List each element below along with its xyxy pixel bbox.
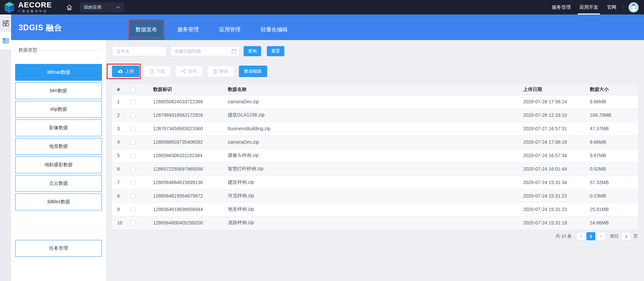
sidebar-item-task-manage[interactable]: 任务管理 [15, 240, 102, 257]
data-template-button[interactable]: 数据模版 [239, 66, 267, 77]
table-header-row: # 数据标识 数据名称 上传日期 数据大小 [112, 84, 638, 95]
filter-bar: 查询 重置 [112, 46, 284, 56]
delete-button[interactable]: 删除 [207, 66, 234, 77]
row-upload-date: 2020-07-24 15:31:23 [518, 203, 585, 216]
row-data-name: 建筑GLA1238.zip [223, 108, 518, 122]
row-upload-date: 2020-07-24 15:31:23 [518, 189, 585, 203]
tab-轻量化编辑[interactable]: 轻量化编辑 [254, 19, 295, 40]
sidebar-item-3dmax数据[interactable]: 3dmax数据 [15, 64, 102, 81]
row-data-name: 建筑样例.zip [223, 176, 518, 189]
row-checkbox[interactable] [131, 180, 136, 185]
chevron-down-icon [116, 6, 120, 9]
topbar-link-应用开发[interactable]: 应用开发 [575, 0, 603, 14]
table-row: 7 1286564664615899136 建筑样例.zip 2020-07-2… [112, 176, 638, 189]
row-data-size: 57.32MB [585, 176, 638, 189]
brand-logo: AECORE 广联达数字中台 [3, 1, 52, 13]
publish-button[interactable]: 发布 [175, 66, 203, 77]
sidebar-item-影像数据[interactable]: 影像数据 [15, 119, 102, 136]
row-checkbox[interactable] [131, 207, 136, 212]
app-select-value: 我的应用 [84, 4, 101, 10]
row-upload-date: 2020-07-24 16:01:44 [518, 162, 585, 176]
page-number-button[interactable]: 1 [586, 232, 595, 240]
download-button[interactable]: 下载 [144, 66, 171, 77]
reset-button[interactable]: 重置 [267, 46, 284, 56]
row-index: 10 [112, 216, 128, 230]
page: AECORE 广联达数字中台 我的应用 服务管理 应用开发 官网 [0, 0, 644, 281]
row-checkbox[interactable] [131, 99, 136, 104]
table-row: 5 1286586306331152384 摄像头样例.zip 2020-07-… [112, 149, 638, 162]
table-row: 10 1286564600405299200 道路样例.zip 2020-07-… [112, 216, 638, 230]
table-row: 8 1286564619564879872 河流样例.zip 2020-07-2… [112, 189, 638, 203]
next-page-button[interactable] [597, 232, 605, 240]
tab-服务管理[interactable]: 服务管理 [170, 19, 206, 40]
row-data-size: 24.66MB [585, 216, 638, 230]
sidebar-item-地形数据[interactable]: 地形数据 [15, 138, 102, 155]
logo-subtitle: 广联达数字中台 [18, 9, 52, 13]
row-checkbox[interactable] [131, 194, 136, 199]
topbar-links: 服务管理 应用开发 官网 [547, 0, 621, 14]
row-data-name: 智慧灯杆样例.zip [223, 162, 518, 176]
row-data-size: 0.23MB [585, 189, 638, 203]
sidebar: 数据类型 3dmax数据 bim数据 shp数据 影像数据 地形数据 倾斜摄影数… [11, 40, 106, 281]
row-checkbox[interactable] [131, 220, 136, 225]
data-type-list: 3dmax数据 bim数据 shp数据 影像数据 地形数据 倾斜摄影数据 点云数… [15, 64, 102, 210]
row-data-id: 1286572255697965056 [148, 162, 223, 176]
col-upload-date: 上传日期 [518, 84, 585, 95]
app-select[interactable]: 我的应用 [80, 3, 124, 12]
main-content: 查询 重置 上传 [106, 40, 644, 281]
row-upload-date: 2020-07-24 16:57:34 [518, 149, 585, 162]
sidebar-divider [11, 228, 106, 229]
tab-应用管理[interactable]: 应用管理 [212, 19, 248, 40]
daterange-input[interactable] [170, 46, 240, 56]
row-data-size: 100.70MB [585, 108, 638, 122]
col-data-id: 数据标识 [148, 84, 223, 95]
home-icon[interactable] [66, 4, 73, 11]
goto-page-input[interactable] [621, 232, 631, 240]
file-download-icon [150, 69, 154, 74]
sidebar-item-点云数据[interactable]: 点云数据 [15, 175, 102, 192]
sidebar-item-shp数据[interactable]: shp数据 [15, 101, 102, 118]
row-upload-date: 2020-07-28 17:56:14 [518, 95, 585, 108]
tabbar: 数据发布 服务管理 应用管理 轻量化编辑 [129, 19, 295, 40]
select-all-checkbox[interactable] [131, 87, 136, 92]
sidebar-item-bim数据[interactable]: bim数据 [15, 82, 102, 99]
topbar-link-官网[interactable]: 官网 [603, 0, 621, 14]
prev-page-button[interactable] [576, 232, 585, 240]
logo-title: AECORE [18, 1, 52, 9]
col-data-size: 数据大小 [585, 84, 638, 95]
tab-数据发布[interactable]: 数据发布 [129, 19, 164, 40]
row-data-name: 摄像头样例.zip [223, 149, 518, 162]
upload-button[interactable]: 上传 [112, 66, 139, 77]
row-checkbox[interactable] [131, 153, 136, 158]
search-button[interactable]: 查询 [244, 46, 261, 56]
row-data-id: 1286586306331152384 [148, 149, 223, 162]
sidebar-item-3dtiles数据[interactable]: 3dtiles数据 [15, 194, 102, 210]
topbar-link-服务管理[interactable]: 服务管理 [547, 0, 575, 14]
calendar-icon[interactable] [231, 48, 237, 54]
row-upload-date: 2020-07-24 17:06:18 [518, 135, 585, 149]
row-upload-date: 2020-07-27 16:57:31 [518, 122, 585, 135]
cloud-upload-icon [117, 69, 123, 74]
dashboard-icon[interactable] [0, 14, 11, 32]
app-window-icon[interactable] [0, 32, 11, 49]
row-data-name: businessBuilding.zip [223, 122, 518, 135]
filename-input[interactable] [112, 46, 167, 56]
sidebar-section-title: 数据类型 [13, 47, 103, 53]
row-index: 4 [112, 135, 128, 149]
row-checkbox[interactable] [131, 167, 136, 172]
goto-label: 前往 [610, 233, 619, 239]
row-checkbox[interactable] [131, 113, 136, 118]
table-row: 4 1286588503735406592 cameraDev.zip 2020… [112, 135, 638, 149]
table-row: 9 1286564618696658944 地形样例.zip 2020-07-2… [112, 203, 638, 216]
table-body: 1 1288050624033722368 cameraDev.zip 2020… [112, 95, 638, 230]
row-checkbox[interactable] [131, 140, 136, 145]
user-avatar[interactable] [629, 2, 639, 12]
row-checkbox[interactable] [131, 126, 136, 131]
row-upload-date: 2020-07-24 15:31:19 [518, 216, 585, 230]
red-annotation-box-upload [107, 64, 141, 79]
pagination: 共 10 条 1 前往 页 [556, 232, 638, 240]
row-index: 6 [112, 162, 128, 176]
row-data-name: 地形样例.zip [223, 203, 518, 216]
sidebar-item-倾斜摄影数据[interactable]: 倾斜摄影数据 [15, 156, 102, 173]
row-index: 1 [112, 95, 128, 108]
